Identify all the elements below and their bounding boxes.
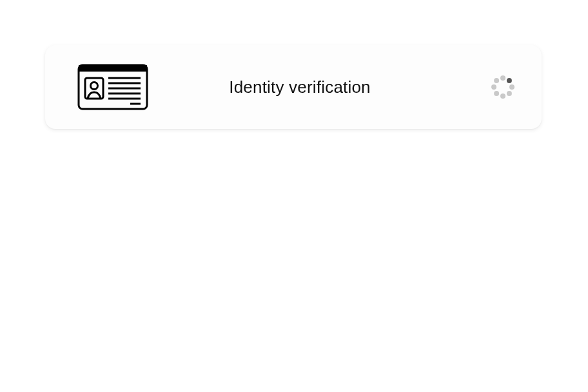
spinner-dot	[507, 91, 512, 96]
spinner-dot	[491, 84, 496, 90]
spinner-dot	[500, 75, 505, 81]
spinner-dot	[509, 84, 514, 90]
loading-spinner-icon	[490, 74, 516, 100]
card-title: Identity verification	[129, 77, 471, 97]
identity-verification-card: Identity verification	[45, 45, 542, 129]
spinner-dot	[494, 91, 499, 96]
spinner-dot	[500, 93, 505, 99]
svg-rect-1	[79, 65, 147, 72]
spinner-dot	[507, 78, 512, 83]
svg-point-3	[91, 83, 98, 90]
spinner-dot	[494, 78, 499, 83]
